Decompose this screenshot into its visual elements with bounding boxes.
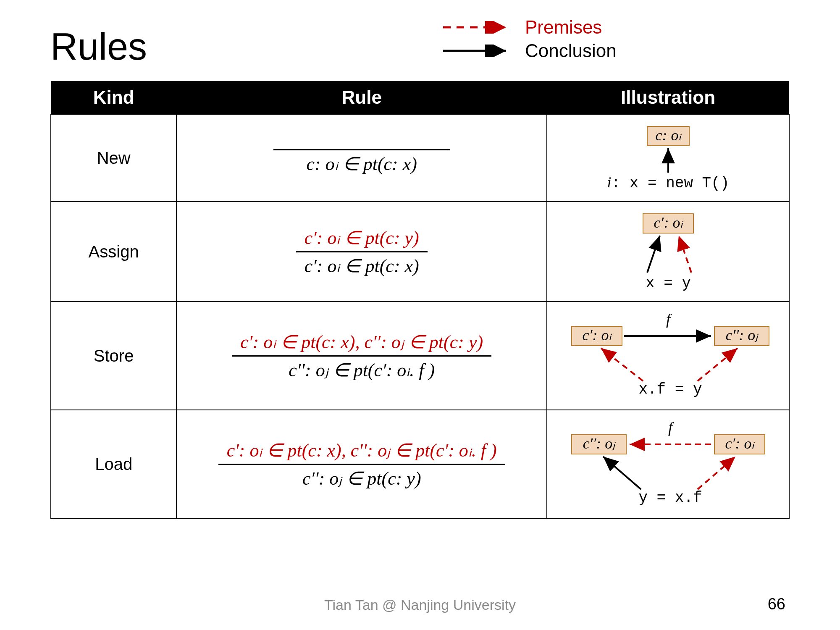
legend-premises: Premises [441,17,617,38]
illus-new: c: oᵢ i: x = new T() [547,114,789,202]
inference-rule: c: oᵢ ∈ pt(c: x) [273,142,450,175]
conclusion-text: c′′: oⱼ ∈ pt(c′: oᵢ. f ) [232,357,491,381]
obj1-label: c′: oᵢ [582,327,612,344]
code-text: y = x.f [638,489,702,507]
th-illus: Illustration [547,81,789,114]
dashed-arrow-icon [441,21,512,34]
inference-rule: c′: oᵢ ∈ pt(c: x), c′′: oⱼ ∈ pt(c′: oᵢ. … [218,439,505,489]
conclusion-text: c′′: oⱼ ∈ pt(c: y) [218,465,505,489]
illus-load: c′′: oⱼ c′: oᵢ f y = x.f [547,410,789,518]
rule-store: c′: oᵢ ∈ pt(c: x), c′′: oⱼ ∈ pt(c: y) c′… [176,302,547,410]
premise-empty [273,142,450,150]
obj2-label: c′: oᵢ [725,435,755,452]
premise-text: c′: oᵢ ∈ pt(c: x), c′′: oⱼ ∈ pt(c′: oᵢ. … [218,439,505,465]
legend: Premises Conclusion [441,17,617,64]
th-kind: Kind [51,81,176,114]
page-title: Rules [50,25,790,68]
kind-store: Store [51,302,176,410]
svg-line-10 [601,348,643,381]
svg-line-15 [603,457,641,489]
slide: Rules Premises Co [0,0,840,630]
edge-label: f [666,311,672,328]
code-text: x.f = y [638,381,702,398]
rules-table: Kind Rule Illustration New c: oᵢ ∈ pt(c:… [50,81,790,519]
illus-assign: c′: oᵢ x = y [547,202,789,302]
legend-conclusion-label: Conclusion [525,40,617,61]
premise-text: c′: oᵢ ∈ pt(c: x), c′′: oⱼ ∈ pt(c: y) [232,331,491,357]
svg-line-6 [679,236,691,273]
diagram-new: c: oᵢ i: x = new T() [580,122,756,194]
table-row: Assign c′: oᵢ ∈ pt(c: y) c′: oᵢ ∈ pt(c: … [51,202,789,302]
table-row: New c: oᵢ ∈ pt(c: x) c: oᵢ [51,114,789,202]
illus-store: c′: oᵢ c′′: oⱼ f x.f = y [547,302,789,410]
svg-line-11 [698,348,738,381]
conclusion-text: c: oᵢ ∈ pt(c: x) [273,150,450,175]
inference-rule: c′: oᵢ ∈ pt(c: y) c′: oᵢ ∈ pt(c: x) [296,227,428,277]
legend-conclusion: Conclusion [441,40,617,61]
legend-premises-label: Premises [525,17,602,38]
obj1-label: c′′: oⱼ [583,435,616,452]
rule-new: c: oᵢ ∈ pt(c: x) [176,114,547,202]
premise-text: c′: oᵢ ∈ pt(c: y) [296,227,428,252]
diagram-assign: c′: oᵢ x = y [580,210,756,294]
th-rule: Rule [176,81,547,114]
code-text: x = y [646,275,691,292]
conclusion-text: c′: oᵢ ∈ pt(c: x) [296,252,428,277]
svg-line-5 [647,236,660,273]
code-text: i: x = new T() [607,174,729,192]
diagram-load: c′′: oⱼ c′: oᵢ f y = x.f [559,418,777,510]
kind-assign: Assign [51,202,176,302]
svg-line-16 [698,457,735,489]
obj-label: c: oᵢ [655,127,682,144]
inference-rule: c′: oᵢ ∈ pt(c: x), c′′: oⱼ ∈ pt(c: y) c′… [232,331,491,381]
obj2-label: c′′: oⱼ [725,327,759,344]
solid-arrow-icon [441,45,512,57]
rule-assign: c′: oᵢ ∈ pt(c: y) c′: oᵢ ∈ pt(c: x) [176,202,547,302]
kind-new: New [51,114,176,202]
footer-text: Tian Tan @ Nanjing University [0,597,840,613]
page-number: 66 [768,595,785,613]
table-row: Load c′: oᵢ ∈ pt(c: x), c′′: oⱼ ∈ pt(c′:… [51,410,789,518]
diagram-store: c′: oᵢ c′′: oⱼ f x.f = y [559,310,777,402]
edge-label: f [668,419,675,436]
table-row: Store c′: oᵢ ∈ pt(c: x), c′′: oⱼ ∈ pt(c:… [51,302,789,410]
kind-load: Load [51,410,176,518]
obj-label: c′: oᵢ [654,214,684,231]
table-header-row: Kind Rule Illustration [51,81,789,114]
rule-load: c′: oᵢ ∈ pt(c: x), c′′: oⱼ ∈ pt(c′: oᵢ. … [176,410,547,518]
